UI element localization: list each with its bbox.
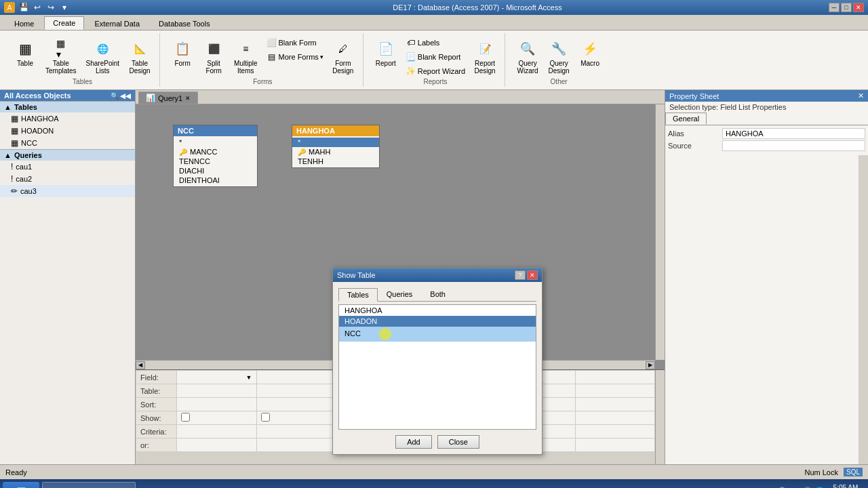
ribbon-btn-multiple-items[interactable]: ≡ MultipleItems: [231, 36, 260, 77]
close-dialog-button[interactable]: Close: [437, 435, 479, 449]
grid-cell-table-6[interactable]: [575, 384, 655, 398]
taskbar: ⊞ A Microsoft Access - DE17 🖥 🔍 ⚙ 🔊 🌐 5:…: [0, 479, 868, 488]
show-checkbox-2[interactable]: [261, 413, 270, 422]
nav-item-cau1[interactable]: ! cau1: [0, 161, 135, 173]
qat-undo[interactable]: ↩: [31, 1, 43, 14]
ribbon-btn-more-forms[interactable]: ▤ More Forms▾: [264, 50, 326, 64]
grid-cell-show-1[interactable]: [177, 411, 257, 425]
grid-cell-or-1[interactable]: [177, 439, 257, 452]
qat-more[interactable]: ▾: [58, 1, 71, 14]
grid-cell-table-1[interactable]: [177, 384, 257, 398]
nav-search-btn[interactable]: 🔍: [111, 92, 119, 100]
qat-save[interactable]: 💾: [18, 1, 30, 14]
nav-section-tables[interactable]: ▲ Tables: [0, 101, 135, 113]
nav-collapse-btn[interactable]: ◀◀: [120, 92, 131, 100]
show-checkbox-1[interactable]: [181, 413, 190, 422]
ribbon-btn-table-design[interactable]: 📐 TableDesign: [125, 36, 154, 77]
collapse-queries-icon: ▲: [4, 151, 12, 159]
ribbon-btn-labels[interactable]: 🏷 Labels: [403, 36, 468, 49]
property-pane: Property Sheet ✕ Selection type: Field L…: [665, 90, 868, 464]
grid-cell-sort-6[interactable]: [575, 398, 655, 411]
ribbon-btn-blank-form[interactable]: ⬜ Blank Form: [264, 36, 326, 49]
ncc-field-star[interactable]: *: [174, 138, 257, 147]
close-btn[interactable]: ✕: [853, 3, 864, 12]
ribbon-btn-form[interactable]: 📋 Form: [168, 36, 197, 69]
nav-item-cau3[interactable]: ✏ cau3: [0, 185, 135, 197]
canvas-scrollbar-v[interactable]: [655, 104, 665, 360]
scroll-right-btn[interactable]: ▶: [646, 361, 655, 369]
grid-cell-criteria-2[interactable]: [256, 425, 336, 439]
grid-cell-field-6[interactable]: [575, 371, 655, 384]
property-source-input[interactable]: [722, 140, 865, 151]
hanghoa-field-mahh[interactable]: 🔑 MAHH: [292, 147, 379, 157]
hanghoa-field-star[interactable]: *: [292, 138, 379, 147]
ribbon-btn-form-design[interactable]: 🖊 FormDesign: [329, 36, 357, 77]
grid-cell-field-1[interactable]: ▼: [177, 371, 257, 384]
ncc-field-dienthoai[interactable]: DIENTHOAI: [174, 176, 257, 185]
ribbon-btn-report-wizard[interactable]: ✨ Report Wizard: [403, 64, 468, 78]
modal-help-btn[interactable]: ?: [515, 270, 526, 280]
ribbon-btn-blank-report[interactable]: 📃 Blank Report: [403, 50, 468, 64]
work-tab-query1[interactable]: 📊 Query1 ✕: [138, 92, 198, 104]
grid-cell-table-2[interactable]: [256, 384, 336, 398]
taskbar-app-access[interactable]: A Microsoft Access - DE17: [42, 482, 136, 488]
add-button[interactable]: Add: [395, 435, 432, 449]
tab-home[interactable]: Home: [5, 17, 43, 30]
modal-close-btn[interactable]: ✕: [527, 270, 538, 280]
modal-tab-tables[interactable]: Tables: [338, 288, 378, 302]
ribbon-btn-table-templates[interactable]: ▦▾ TableTemplates: [42, 36, 80, 77]
modal-item-hoadon[interactable]: HOADON: [339, 316, 536, 327]
ribbon-btn-sharepoint[interactable]: 🌐 SharePointLists: [83, 36, 123, 77]
grid-scrollbar-v[interactable]: [655, 370, 665, 464]
grid-cell-criteria-1[interactable]: [177, 425, 257, 439]
ribbon-btn-macro[interactable]: ⚡ Macro: [576, 36, 604, 69]
modal-item-hanghoa[interactable]: HANGHOA: [339, 305, 536, 316]
query-wizard-icon: 🔍: [517, 38, 538, 60]
property-alias-input[interactable]: [722, 128, 865, 139]
modal-tab-queries[interactable]: Queries: [378, 287, 422, 301]
ribbon-btn-split-form[interactable]: ⬛ SplitForm: [199, 36, 228, 77]
ncc-field-tenncc[interactable]: TENNCC: [174, 157, 257, 166]
start-button[interactable]: ⊞: [3, 482, 39, 488]
scroll-left-btn[interactable]: ◀: [136, 361, 145, 369]
grid-cell-criteria-6[interactable]: [575, 425, 655, 439]
minimize-btn[interactable]: ─: [829, 3, 840, 12]
grid-cell-show-2[interactable]: [256, 411, 336, 425]
more-forms-icon: ▤: [267, 52, 277, 62]
grid-cell-or-2[interactable]: [256, 439, 336, 452]
ncc-field-mancc[interactable]: 🔑 MANCC: [174, 147, 257, 157]
close-tab-btn[interactable]: ✕: [185, 95, 191, 102]
taskbar-clock: 5:05 AM 22/07/2016: [829, 484, 863, 488]
ribbon-btn-table[interactable]: ▦ Table: [11, 36, 39, 69]
nav-item-hoadon[interactable]: ▦ HOADON: [0, 125, 135, 137]
maximize-btn[interactable]: □: [841, 3, 852, 12]
nav-section-queries[interactable]: ▲ Queries: [0, 149, 135, 161]
property-tabs: General: [665, 113, 868, 125]
property-tab-general[interactable]: General: [665, 113, 707, 125]
ribbon-btn-report[interactable]: 📄 Report: [372, 36, 400, 69]
nav-item-ncc[interactable]: ▦ NCC: [0, 137, 135, 149]
ribbon-btn-query-design[interactable]: 🔧 QueryDesign: [545, 36, 573, 77]
tab-external-data[interactable]: External Data: [85, 17, 149, 30]
ribbon-btn-report-design[interactable]: 📝 ReportDesign: [471, 36, 499, 77]
blank-report-icon: 📃: [406, 52, 416, 62]
tab-database-tools[interactable]: Database Tools: [150, 17, 219, 30]
grid-cell-field-2[interactable]: [256, 371, 336, 384]
modal-item-ncc[interactable]: NCC: [339, 327, 536, 342]
ribbon-btn-query-wizard[interactable]: 🔍 QueryWizard: [513, 36, 542, 77]
qat-redo[interactable]: ↪: [45, 1, 57, 14]
nav-item-hanghoa[interactable]: ▦ HANGHOA: [0, 113, 135, 125]
grid-cell-sort-2[interactable]: [256, 398, 336, 411]
hanghoa-field-tenhh[interactable]: TENHH: [292, 157, 379, 166]
grid-cell-sort-1[interactable]: [177, 398, 257, 411]
tab-create[interactable]: Create: [44, 16, 84, 30]
nav-item-cau2[interactable]: ! cau2: [0, 173, 135, 185]
grid-cell-show-6[interactable]: [575, 411, 655, 425]
grid-cell-or-6[interactable]: [575, 439, 655, 452]
report-wizard-icon: ✨: [406, 66, 416, 77]
modal-tab-both[interactable]: Both: [421, 287, 454, 301]
property-close-btn[interactable]: ✕: [858, 92, 864, 100]
ncc-field-diachi[interactable]: DIACHI: [174, 166, 257, 176]
labels-icon: 🏷: [406, 37, 416, 48]
table-icon: ▦: [14, 38, 36, 60]
